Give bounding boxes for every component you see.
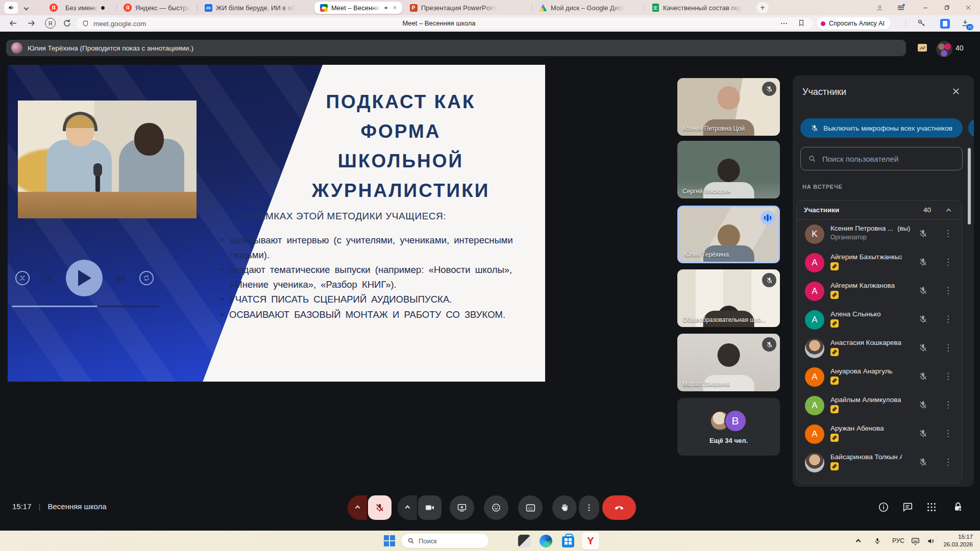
profile-button[interactable] [871, 0, 888, 15]
tray-volume[interactable] [924, 534, 937, 547]
sheets-icon [652, 4, 659, 12]
end-call-button[interactable] [602, 495, 636, 520]
taskbar-app-dark[interactable] [518, 534, 531, 547]
more-participants-tile[interactable]: B Ещё 34 чел. [677, 398, 780, 456]
bookmark-button[interactable] [797, 19, 805, 27]
panel-scrollbar[interactable] [968, 148, 971, 224]
camera-options-button[interactable] [398, 495, 417, 520]
tab-powerpoint[interactable]: P Презентация PowerPoint [404, 2, 531, 14]
tab-yandex-search[interactable]: Я Яндекс — быстрый поиск [118, 2, 195, 14]
camera-toggle-button[interactable] [418, 495, 442, 520]
raise-hand-button[interactable] [552, 495, 577, 520]
chevron-up-icon [855, 539, 861, 544]
participant-menu-button[interactable] [944, 285, 952, 296]
extension-icon[interactable] [940, 19, 950, 29]
tab-untitled[interactable]: Без имени [60, 2, 114, 14]
secondary-action-button[interactable] [968, 118, 974, 138]
video-tile[interactable]: Общеобразовательная шко... [677, 269, 780, 327]
avatar: А [805, 367, 824, 387]
tray-clock[interactable]: 15:17 26.03.2026 [939, 533, 973, 548]
panel-close-button[interactable] [951, 87, 961, 96]
forward-button[interactable] [27, 18, 36, 28]
tab-sound-button[interactable] [4, 2, 18, 14]
present-button[interactable] [450, 495, 474, 520]
taskbar-app-edge[interactable] [539, 534, 552, 547]
participant-name: Арайлым Алимкулова [830, 396, 901, 404]
window-minimize-button[interactable] [917, 0, 934, 15]
speaker-icon [8, 4, 15, 11]
companion-badge-icon [830, 348, 839, 356]
tab-calendar[interactable]: 26 ЖИ білім беруде. ИИ в об [199, 2, 312, 14]
slide-subtitle: В РАМКАХ ЭТОЙ МЕТОДИКИ УЧАЩИЕСЯ: [227, 211, 462, 222]
participant-menu-button[interactable] [944, 228, 952, 239]
taskbar-search[interactable] [402, 534, 488, 548]
participants-cluster-button[interactable] [936, 41, 952, 57]
participant-menu-button[interactable] [944, 257, 952, 268]
tab-sheets[interactable]: Качественный состав пед [646, 2, 751, 14]
video-tile[interactable]: Ксения Петровна Цой [677, 78, 780, 136]
chat-button[interactable] [902, 502, 913, 513]
participant-count: 40 [955, 44, 964, 52]
slide-repeat-icon [139, 271, 154, 285]
new-tab-button[interactable]: + [756, 2, 769, 13]
tab-meet-active[interactable]: Meet – Весенняя шк [314, 2, 402, 14]
taskbar-app-yandex-active[interactable]: Y [582, 532, 599, 549]
video-tile[interactable]: Марал Закарина [677, 334, 780, 391]
password-manager-button[interactable] [917, 18, 926, 28]
pinned-yandex-tab[interactable]: Я [47, 2, 60, 14]
mic-off-icon [918, 429, 928, 438]
mute-all-button[interactable]: Выключить микрофоны всех участников [800, 118, 963, 138]
screen: Я Без имени Я Яндекс — быстрый поиск 26 … [0, 0, 980, 551]
slide-progress-bar [12, 306, 159, 307]
tab-close-icon[interactable] [393, 5, 397, 10]
browser-menu-button[interactable] [892, 0, 910, 15]
participant-search[interactable] [800, 147, 963, 170]
url-more-button[interactable] [780, 20, 788, 27]
mic-toggle-button[interactable] [368, 495, 391, 520]
more-options-button[interactable] [579, 495, 599, 520]
tab-drive[interactable]: Мой диск – Google Диск [534, 2, 642, 14]
mic-off-icon [918, 371, 928, 381]
tray-touch-keyboard[interactable] [909, 534, 922, 547]
video-tile[interactable]: Сергей Мисюрин [677, 141, 780, 198]
refresh-button[interactable] [62, 18, 72, 28]
captions-button[interactable]: CC [518, 495, 543, 520]
yandex-icon: Я [124, 4, 132, 12]
participant-menu-button[interactable] [944, 457, 952, 468]
window-close-button[interactable] [960, 0, 977, 15]
yandex-home-button[interactable]: Я [45, 18, 56, 29]
ask-alice-button[interactable]: Спросить Алису AI [817, 17, 891, 30]
participant-menu-button[interactable] [944, 428, 952, 439]
participant-menu-button[interactable] [944, 371, 952, 382]
start-button[interactable] [383, 534, 396, 547]
companion-badge-icon [830, 462, 839, 470]
presenter-avatar [11, 42, 22, 54]
tray-expand-button[interactable] [851, 534, 865, 547]
slide-photo [18, 101, 197, 218]
mic-options-button[interactable] [348, 495, 367, 520]
taskbar-search-input[interactable] [419, 537, 475, 545]
back-button[interactable] [8, 18, 18, 28]
video-tile-speaking[interactable]: Юлия Терёхина [677, 206, 780, 263]
address-bar: Я meet.google.com Meet – Весенняя школа … [0, 15, 980, 32]
tray-language[interactable]: РУС [892, 537, 904, 544]
participant-menu-button[interactable] [944, 399, 952, 411]
meeting-details-button[interactable] [878, 502, 889, 513]
reactions-button[interactable] [484, 495, 508, 520]
host-controls-button[interactable] [952, 502, 964, 513]
tray-mic-indicator[interactable] [871, 534, 884, 547]
tab-list-dropdown[interactable] [20, 2, 32, 14]
taskbar-app-store[interactable] [561, 534, 575, 547]
slide-title: ПОДКАСТ КАК ФОРМА ШКОЛЬНОЙ ЖУРНАЛИСТИКИ [288, 87, 513, 206]
participant-name: Аружан Абенова [830, 424, 884, 432]
window-restore-button[interactable] [938, 0, 955, 15]
annotation-board-button[interactable] [916, 42, 929, 54]
activities-button[interactable] [926, 502, 937, 513]
avatar-photo [805, 339, 824, 358]
collapse-button[interactable] [947, 206, 950, 215]
participant-menu-button[interactable] [944, 314, 952, 325]
refresh-icon [62, 18, 72, 28]
search-input[interactable] [822, 155, 955, 163]
participant-menu-button[interactable] [944, 342, 952, 354]
companion-badge-icon [830, 262, 839, 270]
